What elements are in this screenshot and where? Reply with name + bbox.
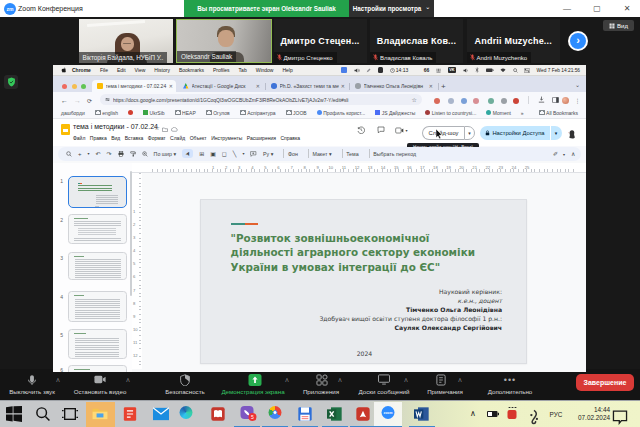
chrome-icon[interactable] — [269, 406, 282, 419]
menu-edit[interactable]: Edit — [117, 67, 126, 73]
slide-thumbnail-3[interactable] — [68, 252, 127, 280]
extension-icon[interactable] — [501, 98, 507, 104]
insert-comment-icon[interactable] — [250, 151, 257, 157]
shape-icon[interactable]: ◻ — [222, 150, 227, 157]
tab-drive[interactable]: Атестації - Google Диск ✕ — [178, 80, 263, 93]
menu-insert[interactable]: Вставка — [125, 135, 144, 141]
file-explorer-icon[interactable] — [92, 406, 108, 422]
bookmark-folder-joob[interactable]: JOOB — [286, 110, 307, 116]
menu-object[interactable]: Объект — [190, 135, 207, 141]
task-view-icon[interactable] — [62, 406, 78, 422]
bookmark-folder-heap[interactable]: НЕАР — [175, 110, 196, 116]
tab-timchenko[interactable]: Тімченко Ольга Леонідівн ✕ — [350, 80, 436, 93]
dark-app-icon[interactable] — [378, 67, 384, 73]
mic-icon[interactable] — [27, 374, 38, 386]
menu-file[interactable]: Файл — [73, 135, 85, 141]
tray-clef-icon[interactable] — [526, 409, 542, 425]
image-icon[interactable]: ▣ — [210, 150, 216, 157]
language-indicator[interactable]: РУС — [550, 411, 563, 418]
whiteboards-button[interactable]: Доски сообщений — [358, 388, 409, 395]
extension-icon[interactable] — [448, 98, 454, 104]
maximize-traffic-light[interactable] — [81, 84, 86, 89]
share-dropdown[interactable]: ▾ — [551, 126, 562, 140]
back-button[interactable]: ← — [61, 97, 68, 104]
undo-icon[interactable]: ↶ — [96, 150, 101, 157]
tray-red-icon[interactable] — [508, 410, 517, 419]
whiteboard-icon[interactable] — [378, 374, 391, 385]
volume-icon[interactable] — [354, 68, 360, 73]
menu-profiles[interactable]: Profiles — [213, 67, 230, 73]
minimize-button[interactable]: — — [557, 0, 577, 17]
viber-icon[interactable]: 5 — [241, 406, 254, 419]
more-button[interactable]: Дополнительно — [488, 388, 533, 395]
red-app-icon[interactable] — [122, 406, 138, 422]
menu-extensions[interactable]: Расширения — [247, 135, 276, 141]
slide-thumbnail-2[interactable] — [68, 214, 127, 244]
bookmark-listen[interactable]: Listen to countrysi... — [425, 110, 476, 116]
menu-bookmarks[interactable]: Bookmarks — [179, 67, 204, 73]
menu-help[interactable]: Help — [282, 67, 292, 73]
slide-canvas[interactable]: "Розвиток зовнішньоекономічної діяльност… — [200, 199, 527, 365]
save-app-icon[interactable] — [297, 406, 313, 422]
new-tab-button[interactable]: + — [441, 82, 446, 91]
menu-dots-icon[interactable]: ⋮ — [575, 97, 581, 104]
zoom-icon[interactable] — [142, 151, 148, 157]
bluetooth-icon[interactable] — [475, 67, 479, 73]
extension-icon[interactable] — [473, 98, 479, 104]
textbox-icon[interactable]: ⊞ — [199, 150, 204, 157]
video-tile-andrii[interactable]: Andrii Muzyche... Andrii Muzychenko — [467, 19, 561, 63]
site-settings-icon[interactable] — [105, 97, 110, 102]
add-slide-button[interactable]: + — [78, 151, 82, 157]
laser-dropdown[interactable]: ▾ — [563, 152, 565, 157]
apple-menu-icon[interactable] — [61, 67, 66, 73]
print-icon[interactable] — [118, 151, 124, 157]
tab-slides[interactable]: тема і методики - 07.02.24 ✕ — [92, 80, 176, 93]
close-traffic-light[interactable] — [62, 84, 67, 89]
volume-icon[interactable] — [463, 68, 469, 73]
mail-icon[interactable] — [153, 406, 169, 422]
tab-search-icon[interactable]: ⌄ — [575, 81, 580, 88]
bookmark-star-icon[interactable]: ☆ — [412, 96, 417, 103]
menu-tools[interactable]: Инструменты — [211, 135, 242, 141]
tab-phd[interactable]: Ph.D. «Захист теми та мет ✕ — [266, 80, 348, 93]
start-button[interactable] — [6, 406, 22, 422]
bookmark-folder-ogulov[interactable]: Огулов — [206, 110, 230, 116]
security-button[interactable]: Безопасность — [165, 388, 204, 395]
history-icon[interactable] — [357, 126, 365, 134]
security-shield-icon[interactable] — [180, 374, 191, 386]
cloud-status-icon[interactable] — [171, 127, 178, 132]
control-center-icon[interactable] — [524, 68, 530, 73]
share-button[interactable]: Настройки Доступа — [480, 126, 550, 140]
search-icon[interactable] — [66, 151, 72, 157]
more-icon[interactable]: ••• — [504, 375, 516, 385]
slide-credits[interactable]: Науковий керівник: к.е.н., доцент Тімчен… — [262, 287, 502, 332]
bookmark-dashbordy[interactable]: дашборди — [61, 110, 85, 116]
line-icon[interactable]: ╲ — [233, 150, 237, 157]
slide-title[interactable]: "Розвиток зовнішньоекономічної діяльност… — [231, 231, 501, 275]
tab-close-icon[interactable]: ✕ — [429, 83, 433, 89]
account-avatar[interactable] — [568, 129, 578, 141]
forward-button[interactable]: → — [74, 97, 81, 104]
add-slide-dropdown[interactable]: ▾ — [88, 151, 90, 156]
notes-button[interactable]: Примечания — [427, 388, 463, 395]
menu-edit[interactable]: Правка — [90, 135, 107, 141]
apps-button[interactable]: Приложения — [303, 388, 339, 395]
view-button[interactable]: Вид — [603, 20, 634, 31]
meet-camera-dropdown[interactable]: ▾ — [406, 128, 408, 133]
menu-window[interactable]: Window — [256, 67, 274, 73]
view-settings-button[interactable]: Настройки просмотра ⌄ — [349, 0, 434, 17]
menu-view[interactable]: Вид — [111, 135, 120, 141]
slide-thumbnail-5[interactable] — [68, 329, 127, 359]
menubar-app-name[interactable]: Chrome — [72, 67, 91, 73]
pencil-icon[interactable] — [366, 68, 371, 73]
edge-icon[interactable] — [180, 406, 193, 419]
share-screen-button[interactable]: Демонстрация экрана — [221, 388, 284, 395]
clock[interactable]: 14:44 07.02.2024 — [566, 406, 610, 423]
search-icon[interactable] — [513, 68, 518, 73]
star-icon[interactable]: ☆ — [154, 124, 160, 132]
close-button[interactable]: ✕ — [617, 0, 637, 17]
video-tile-dmytro[interactable]: Дмитро Стецен... Дмитро Стеценко — [274, 19, 367, 63]
comment-icon[interactable] — [377, 126, 385, 134]
extension-icon[interactable] — [513, 98, 519, 104]
apps-icon[interactable] — [316, 374, 328, 386]
